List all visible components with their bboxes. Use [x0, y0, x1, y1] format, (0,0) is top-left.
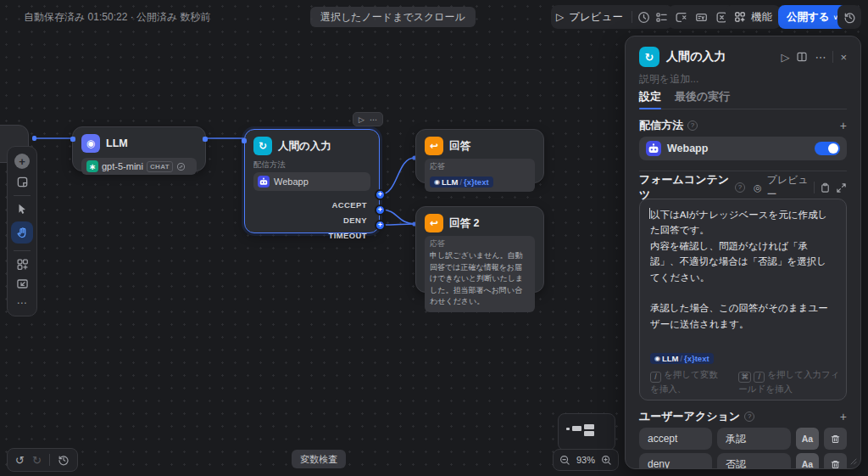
run-node-icon[interactable]: ▷	[359, 115, 364, 124]
workflow-canvas[interactable]: + ⋯ ◉ LLM ∗ gpt-5-mini CHAT	[0, 0, 868, 476]
features-label: 機能	[751, 10, 772, 25]
divider	[814, 182, 815, 193]
chip-node-name: LLM	[662, 354, 679, 363]
accept-handle-label: ACCEPT	[245, 197, 379, 212]
form-content-editor[interactable]: 以下はAIがナレッジベースを元に作成した回答です。 内容を確認し、問題がなければ…	[639, 199, 847, 400]
close-icon[interactable]: ×	[840, 51, 847, 64]
panel-tabs: 設定 最後の実行	[639, 89, 847, 109]
add-user-action-button[interactable]: +	[840, 410, 847, 423]
webapp-toggle[interactable]	[815, 142, 840, 155]
hand-tool-icon[interactable]	[11, 221, 33, 244]
text-style-button[interactable]: Aa	[796, 428, 819, 450]
chip-node-name: LLM	[442, 177, 459, 187]
webapp-method-row[interactable]: Webapp	[253, 172, 370, 191]
divider	[832, 51, 833, 63]
llm-node-icon: ◉	[81, 134, 100, 153]
minimap-node	[584, 431, 594, 436]
toolbar-divider	[14, 195, 31, 196]
pointer-tool-icon[interactable]	[16, 203, 28, 215]
add-delivery-method-button[interactable]: +	[840, 119, 847, 132]
run-step-icon[interactable]: ▷	[781, 51, 789, 64]
fit-view-icon[interactable]	[16, 277, 29, 290]
version-history-button[interactable]	[837, 5, 861, 29]
undo-icon[interactable]: ↺	[15, 454, 25, 467]
deny-output-handle[interactable]: +	[375, 204, 386, 216]
variable-inspect-button[interactable]: 変数検査	[292, 450, 346, 468]
panel-resize-handle[interactable]	[850, 458, 857, 465]
zoom-out-icon[interactable]	[559, 455, 570, 466]
note-icon[interactable]	[16, 176, 29, 188]
minimap[interactable]	[558, 413, 615, 451]
llm-node[interactable]: ◉ LLM ∗ gpt-5-mini CHAT	[72, 126, 206, 171]
input-handle[interactable]	[242, 138, 247, 143]
zoom-in-icon[interactable]	[601, 455, 612, 466]
node-config-panel: ↻ 人間の入力 ▷ ⋯ × 説明を追加... 設定 最後の実行 配信方法 ? +…	[625, 36, 861, 469]
llm-text-variable-chip[interactable]: ◉ LLM / {x}text	[650, 353, 714, 364]
text-caret	[649, 208, 650, 219]
organize-blocks-icon[interactable]	[16, 258, 29, 271]
action-value-input[interactable]: accept	[639, 428, 712, 450]
tab-settings[interactable]: 設定	[639, 89, 661, 109]
preview-play-icon[interactable]: ▷	[556, 11, 564, 23]
action-value-input[interactable]: deny	[639, 453, 712, 469]
history-controls: ↺ ↻	[7, 448, 78, 472]
more-tools-icon[interactable]: ⋯	[17, 297, 28, 309]
llm-chip-icon: ◉	[434, 178, 440, 186]
zoom-controls: 93%	[553, 449, 619, 471]
delete-action-button[interactable]	[824, 428, 847, 450]
chip-separator: /	[460, 178, 463, 187]
expand-icon[interactable]	[836, 182, 847, 193]
minimap-node	[584, 424, 594, 429]
add-node-button[interactable]: +	[14, 154, 30, 169]
publish-button[interactable]: 公開する ∨	[778, 5, 847, 29]
action-label-input[interactable]: 承認	[717, 428, 791, 450]
human-input-node[interactable]: ↻ 人間の入力 配信方法 Webapp ACCEPT DENY TIMEOUT …	[244, 129, 380, 233]
tab-last-run[interactable]: 最後の実行	[675, 89, 730, 109]
time-icon[interactable]	[637, 11, 650, 24]
scroll-to-node-button[interactable]: 選択したノードまでスクロール	[310, 7, 476, 27]
features-button[interactable]: 機能	[726, 5, 781, 29]
action-label-input[interactable]: 否認	[717, 453, 791, 469]
minimap-node	[566, 428, 570, 430]
response-field-label: 応答	[430, 238, 530, 249]
answer2-node-icon: ↩	[425, 214, 443, 232]
zoom-level[interactable]: 93%	[576, 455, 595, 465]
checklist-icon[interactable]	[655, 11, 668, 24]
environment-variable-icon[interactable]	[695, 11, 708, 24]
preview-group: ▷ プレビュー	[551, 5, 673, 29]
model-selector[interactable]: ∗ gpt-5-mini CHAT	[81, 158, 197, 175]
help-icon[interactable]: ?	[687, 120, 698, 131]
model-settings-icon[interactable]	[176, 162, 186, 171]
human-input-node-icon: ↻	[253, 137, 272, 155]
redo-icon[interactable]: ↻	[32, 454, 42, 467]
webapp-delivery-row[interactable]: Webapp	[639, 137, 847, 160]
conversation-variable-icon[interactable]	[675, 11, 687, 24]
openai-icon: ∗	[86, 160, 98, 172]
text-style-button[interactable]: Aa	[796, 453, 819, 469]
preview-button[interactable]: プレビュー	[569, 10, 623, 25]
user-action-row: accept 承認 Aa	[639, 428, 847, 450]
node-more-icon[interactable]: ⋯	[370, 115, 377, 124]
split-view-icon[interactable]	[796, 51, 808, 63]
delete-action-button[interactable]	[824, 453, 847, 469]
slash-key-badge: /	[650, 372, 661, 383]
accept-output-handle[interactable]: +	[375, 189, 386, 200]
form-content-text[interactable]: 以下はAIがナレッジベースを元に作成した回答です。 内容を確認し、問題がなければ…	[650, 207, 836, 334]
answer2-text: 申し訳ございません。自動回答では正確な情報をお届けできないと判断いたしました。担…	[430, 250, 530, 308]
webapp-method-name: Webapp	[274, 176, 309, 187]
webapp-icon	[646, 141, 661, 156]
change-history-icon[interactable]	[58, 454, 70, 466]
timeout-output-handle[interactable]: +	[375, 220, 386, 231]
input-handle[interactable]	[70, 137, 75, 142]
answer-node[interactable]: ↩ 回答 応答 ◉ LLM / {x}text	[415, 129, 544, 183]
cmd-key-badge: ⌘	[738, 372, 751, 383]
answer2-node[interactable]: ↩ 回答 2 応答 申し訳ございません。自動回答では正確な情報をお届けできないと…	[415, 206, 544, 293]
help-icon[interactable]: ?	[744, 412, 754, 422]
output-handle[interactable]	[203, 137, 208, 142]
description-placeholder[interactable]: 説明を追加...	[639, 72, 847, 84]
clipboard-icon[interactable]	[820, 182, 831, 193]
help-icon[interactable]: ?	[735, 182, 745, 193]
chip-variable: {x}text	[684, 354, 709, 363]
form-preview-button[interactable]: プレビュー	[767, 173, 810, 202]
panel-more-icon[interactable]: ⋯	[815, 51, 826, 64]
